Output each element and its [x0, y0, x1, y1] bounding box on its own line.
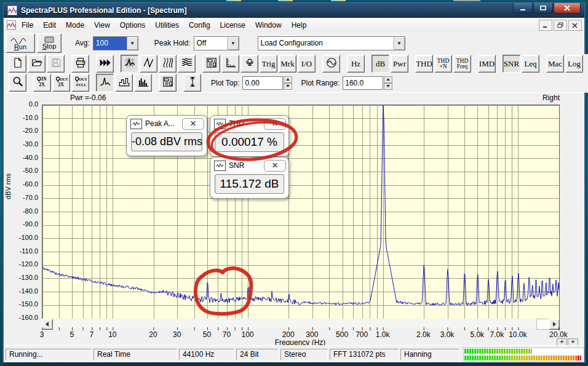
thd-button[interactable]: THD: [415, 55, 433, 73]
title-bar[interactable]: SpectraPLUS Professional Edition - [Spec…: [4, 3, 584, 18]
scale-settings-button[interactable]: [221, 55, 239, 73]
plot-range-spinner[interactable]: [384, 76, 392, 90]
mdi-minimize-icon[interactable]: [539, 20, 552, 31]
spectrum-plot[interactable]: [42, 105, 560, 319]
input-output-label: I/O: [301, 59, 312, 69]
surface-view-button[interactable]: [178, 55, 196, 73]
leq-label: Leq: [524, 59, 536, 69]
log-button[interactable]: Log: [565, 55, 583, 73]
y-tick-label: -140.0: [4, 287, 38, 295]
calibration-button[interactable]: [240, 55, 258, 73]
db-units-button[interactable]: dB: [371, 55, 389, 73]
imd-button[interactable]: IMD: [478, 55, 496, 73]
snr-panel[interactable]: SNR ✕ 115.172 dB: [210, 157, 289, 199]
thd-panel[interactable]: THD ✕ 0.00017 %: [210, 115, 289, 157]
leq-button[interactable]: Leq: [522, 55, 539, 73]
options-panel-icon: [205, 57, 218, 71]
markers-button[interactable]: Mrk: [279, 55, 296, 73]
peak-amplitude-panel[interactable]: Peak A... ✕ -0.08 dBV rms: [126, 115, 207, 156]
y-tick-label: -70.0: [4, 194, 38, 201]
app-icon: [7, 6, 17, 15]
close-icon[interactable]: ✕: [182, 118, 204, 130]
menu-item-utilities[interactable]: Utilities: [150, 19, 184, 31]
generator-icon: [325, 57, 338, 71]
macro-button[interactable]: Mac: [546, 55, 564, 73]
menu-item-window[interactable]: Window: [250, 19, 287, 31]
plot-toolbar: IN2XOUT2XOUTFULL Plot Top: 0.00 Plot Ran…: [4, 73, 588, 93]
vertical-autoscale-button[interactable]: [183, 74, 201, 92]
menu-item-mode[interactable]: Mode: [61, 19, 89, 31]
plot-range-input[interactable]: 160.0: [343, 76, 383, 90]
panel-title: THD: [229, 119, 264, 128]
pwr-units-button[interactable]: Pwr: [391, 55, 408, 73]
minimize-icon[interactable]: [513, 3, 533, 14]
fast-forward-icon: [99, 57, 111, 71]
mdi-close-icon[interactable]: [568, 20, 582, 31]
display-options-button[interactable]: [202, 55, 220, 73]
chevron-down-icon: ▼: [127, 37, 138, 50]
snr-button[interactable]: SNR: [503, 55, 520, 73]
histogram-icon: [137, 76, 149, 90]
app-window: SpectraPLUS Professional Edition - [Spec…: [4, 3, 584, 361]
thd-freq-button[interactable]: THDFreq: [453, 55, 471, 73]
hz-units-button[interactable]: Hz: [347, 55, 365, 73]
menu-item-help[interactable]: Help: [287, 19, 312, 31]
input-output-button[interactable]: I/O: [298, 55, 316, 73]
menu-item-options[interactable]: Options: [115, 19, 150, 31]
waveform-mini-icon: [214, 161, 226, 171]
zoom-tool-button[interactable]: [9, 74, 26, 92]
y-tick-label: 0.0: [4, 100, 38, 108]
new-document-icon: [12, 57, 24, 71]
spectrum-view-button[interactable]: [121, 55, 138, 73]
time-series-view-button[interactable]: [140, 55, 157, 73]
chevron-down-icon: ▼: [228, 37, 239, 50]
mdi-restore-icon[interactable]: [554, 20, 567, 31]
main-toolbar: Run Stop Avg: 100▼ Peak Hold: Off▼ Load …: [4, 32, 584, 55]
plot-options-button[interactable]: [159, 74, 177, 92]
magnifier-icon: [12, 76, 24, 90]
signal-generator-button[interactable]: [322, 55, 340, 73]
peak-hold-select[interactable]: Off▼: [194, 36, 239, 50]
y-tick-label: -50.0: [4, 167, 38, 174]
status-panel-running: Running...: [6, 349, 92, 360]
close-icon[interactable]: ✕: [264, 118, 286, 130]
histogram-plot-button[interactable]: [134, 74, 152, 92]
new-file-button[interactable]: [9, 55, 26, 73]
markers-label: Mrk: [280, 59, 294, 69]
y-tick-label: -160.0: [4, 314, 38, 321]
mdi-child-icon[interactable]: [7, 20, 17, 30]
line-plot-button[interactable]: [96, 74, 114, 92]
menu-item-file[interactable]: File: [17, 19, 38, 31]
stop-button[interactable]: Stop: [37, 33, 62, 53]
avg-select[interactable]: 100▼: [93, 36, 138, 50]
y-tick-label: -110.0: [4, 247, 38, 255]
fast-forward-button[interactable]: [96, 55, 114, 73]
maximize-icon[interactable]: [533, 3, 553, 14]
menu-item-view[interactable]: View: [89, 19, 115, 31]
plot-top-spinner[interactable]: [284, 76, 292, 90]
trigger-label: Trig: [262, 59, 276, 69]
menu-item-config[interactable]: Config: [184, 19, 215, 31]
plot-top-input[interactable]: 0.00: [242, 76, 283, 90]
bar-plot-button[interactable]: [115, 74, 133, 92]
close-icon[interactable]: ✕: [264, 160, 286, 172]
y-tick-label: -80.0: [4, 207, 38, 215]
zoom-out-2x-button[interactable]: OUT2X: [52, 74, 70, 92]
menu-item-edit[interactable]: Edit: [38, 19, 61, 31]
trigger-button[interactable]: Trig: [260, 55, 277, 73]
menu-item-license[interactable]: License: [215, 19, 250, 31]
channel-label: Right: [542, 93, 560, 102]
zoom-out-full-button[interactable]: OUTFULL: [71, 74, 89, 92]
load-configuration-select[interactable]: Load Configuration▼: [258, 36, 405, 50]
open-file-button[interactable]: [28, 55, 46, 73]
spectrogram-view-button[interactable]: [159, 55, 177, 73]
zoom-in-2x-button[interactable]: IN2X: [33, 74, 51, 92]
save-file-button[interactable]: [47, 55, 65, 73]
y-tick-label: -10.0: [4, 114, 38, 121]
print-button[interactable]: [71, 55, 89, 73]
run-button[interactable]: Run: [6, 33, 35, 53]
skyline-icon: [118, 76, 130, 90]
x-tick-label: 100: [234, 330, 261, 339]
close-icon[interactable]: [554, 3, 581, 14]
thd-n-button[interactable]: THD+N: [434, 55, 452, 73]
